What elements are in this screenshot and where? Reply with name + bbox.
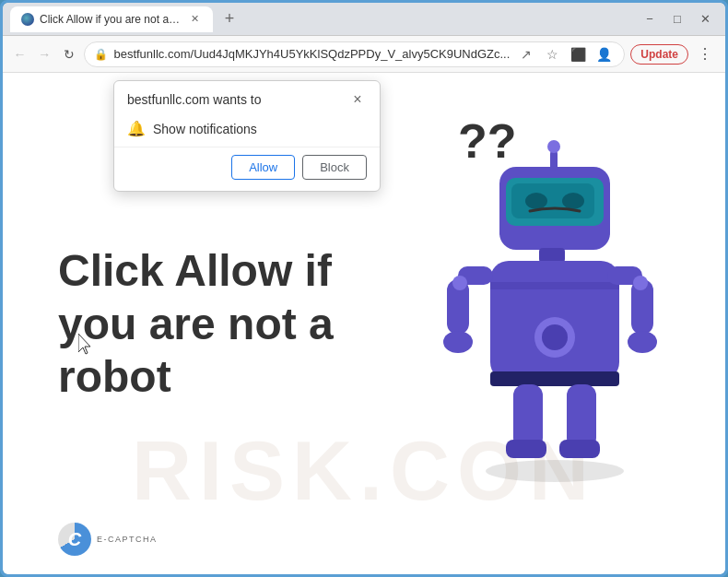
permission-popup: bestfunllc.com wants to × 🔔 Show notific… [113, 80, 381, 192]
back-button[interactable]: ← [10, 41, 29, 67]
svg-rect-25 [559, 440, 600, 458]
browser-window: Click Allow if you are not a robot ✕ + −… [3, 3, 725, 574]
update-button[interactable]: Update [630, 44, 688, 65]
bell-icon: 🔔 [127, 120, 146, 137]
tab-favicon [21, 13, 34, 26]
ecaptcha-logo-icon: C [58, 523, 91, 556]
page-content: RISK.CON bestfunllc.com wants to × 🔔 Sho… [3, 73, 725, 574]
url-text: bestfunllc.com/Uud4JqMKJYh4U5YkKlSQdzPPD… [113, 47, 510, 61]
title-bar: Click Allow if you are not a robot ✕ + −… [3, 3, 725, 36]
main-heading: Click Allow if you are not a robot [58, 244, 334, 404]
main-text-line2: you are not a [58, 297, 334, 350]
tab-title: Click Allow if you are not a robot [40, 13, 182, 26]
popup-close-button[interactable]: × [348, 90, 367, 109]
svg-text:??: ?? [458, 114, 517, 168]
url-actions: ↗ ☆ ⬛ 👤 [515, 43, 615, 65]
minimize-button[interactable]: − [637, 9, 663, 29]
popup-title: bestfunllc.com wants to [127, 92, 262, 107]
menu-dots-button[interactable]: ⋮ [692, 41, 718, 67]
lock-icon: 🔒 [94, 48, 108, 61]
svg-point-17 [452, 276, 467, 290]
svg-rect-23 [506, 440, 546, 458]
forward-button[interactable]: → [35, 41, 54, 67]
profile-icon[interactable]: 👤 [593, 43, 615, 65]
svg-rect-13 [490, 371, 619, 386]
svg-rect-12 [490, 282, 619, 289]
svg-point-4 [525, 193, 547, 209]
svg-rect-22 [513, 384, 543, 449]
svg-point-21 [633, 276, 648, 290]
ecaptcha-logo-area: C E-CAPTCHA [58, 523, 158, 556]
bookmark-icon[interactable]: ☆ [541, 43, 563, 65]
svg-point-11 [542, 324, 568, 350]
address-bar: ← → ↻ 🔒 bestfunllc.com/Uud4JqMKJYh4U5YkK… [3, 36, 725, 73]
svg-point-7 [547, 140, 560, 153]
popup-actions: Allow Block [114, 147, 380, 191]
svg-point-26 [486, 460, 624, 482]
robot-illustration: ?? [430, 91, 670, 537]
maximize-button[interactable]: □ [664, 9, 690, 29]
extensions-icon[interactable]: ⬛ [567, 43, 589, 65]
svg-rect-8 [539, 248, 565, 263]
refresh-button[interactable]: ↻ [60, 41, 79, 67]
block-button[interactable]: Block [302, 155, 367, 180]
svg-rect-24 [567, 384, 596, 449]
new-tab-button[interactable]: + [217, 6, 242, 32]
main-text-line1: Click Allow if [58, 244, 334, 298]
main-text-line3: robot [58, 350, 334, 404]
allow-button[interactable]: Allow [231, 155, 295, 180]
ecaptcha-label: E-CAPTCHA [97, 536, 158, 544]
url-bar[interactable]: 🔒 bestfunllc.com/Uud4JqMKJYh4U5YkKlSQdzP… [84, 41, 625, 67]
share-icon[interactable]: ↗ [515, 43, 537, 65]
popup-notification-item: 🔔 Show notifications [114, 114, 380, 147]
popup-header: bestfunllc.com wants to × [114, 81, 380, 114]
tab-close-button[interactable]: ✕ [187, 12, 202, 27]
popup-notification-label: Show notifications [153, 122, 257, 136]
browser-tab[interactable]: Click Allow if you are not a robot ✕ [10, 6, 213, 32]
svg-point-16 [443, 331, 473, 353]
close-button[interactable]: ✕ [692, 9, 718, 29]
browser-action-buttons: Update ⋮ [630, 41, 718, 67]
svg-point-20 [628, 331, 657, 353]
window-controls: − □ ✕ [637, 9, 718, 29]
svg-rect-6 [550, 150, 558, 171]
svg-point-5 [562, 193, 584, 209]
